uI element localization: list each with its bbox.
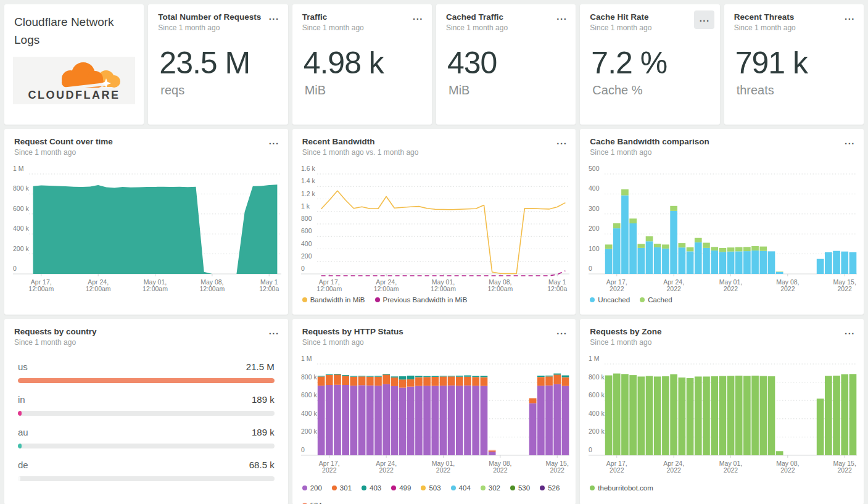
legend-item: Cached [640, 296, 672, 304]
legend-label: Cached [648, 296, 672, 304]
panel-menu-button[interactable]: ... [845, 139, 855, 143]
svg-text:2022: 2022 [781, 466, 796, 474]
country-value: 189 k [252, 394, 275, 405]
svg-text:400 k: 400 k [13, 225, 29, 232]
panel-menu-button[interactable]: ... [845, 329, 855, 333]
svg-text:0: 0 [301, 446, 305, 453]
svg-text:2022: 2022 [379, 466, 394, 474]
logo-wordmark: CLOUDFLARE [28, 89, 120, 101]
legend-label: Bandwidth in MiB [310, 296, 365, 304]
legend-label: 301 [340, 484, 352, 492]
country-label: us [18, 361, 28, 372]
legend-item: 503 [421, 484, 440, 492]
svg-text:12:00am: 12:00am [316, 285, 342, 292]
stat-card-total-requests: Total Number of Requests Since 1 month a… [148, 4, 287, 125]
svg-text:2022: 2022 [667, 285, 682, 292]
stat-unit: Cache % [592, 83, 719, 97]
legend-dot-icon [375, 297, 380, 302]
panel-title: Request Count over time [14, 137, 278, 146]
svg-text:2022: 2022 [838, 466, 853, 474]
http-status-chart: 1 M800 k600 k400 k200 k0Apr 17,2022Apr 2… [292, 350, 576, 483]
legend-dot-icon [481, 485, 486, 490]
svg-text:12:00am: 12:00am [143, 285, 168, 292]
stat-subtitle: Since 1 month ago [158, 23, 278, 32]
svg-text:400: 400 [589, 184, 600, 192]
panel-cache-bandwidth: Cache Bandwidth comparison Since 1 month… [580, 129, 864, 315]
panel-menu-button[interactable]: ... [556, 15, 567, 19]
svg-text:12:00am: 12:00am [199, 285, 225, 292]
svg-text:600: 600 [301, 227, 312, 234]
svg-text:2022: 2022 [724, 466, 738, 474]
panel-menu-button[interactable]: ... [845, 15, 855, 19]
svg-text:600 k: 600 k [589, 391, 605, 399]
svg-text:2022: 2022 [610, 285, 624, 292]
stat-card-cache-hit-rate: Cache Hit Rate Since 1 month ago ... 7.2… [580, 4, 719, 125]
panel-menu-button[interactable]: ... [269, 139, 279, 143]
legend-item: 530 [510, 484, 530, 492]
stat-subtitle: Since 1 month ago [590, 23, 709, 32]
panel-title: Requests by country [14, 327, 278, 336]
panel-subtitle: Since 1 month ago [590, 148, 854, 157]
svg-text:0: 0 [589, 265, 592, 272]
panel-menu-button[interactable]: ... [269, 329, 279, 333]
chart-legend: UncachedCached [580, 295, 864, 304]
panel-requests-by-country: Requests by country Since 1 month ago ..… [4, 319, 288, 504]
dashboard: Cloudflare Network Logs CLOUDFLARE Total… [0, 0, 868, 504]
panel-title: Recent Bandwidth [302, 137, 566, 146]
legend-label: theburritobot.com [598, 484, 653, 492]
country-bar-track [18, 476, 275, 481]
legend-item: 499 [391, 484, 411, 492]
stat-subtitle: Since 1 month ago [446, 23, 566, 32]
svg-text:2022: 2022 [550, 466, 564, 474]
legend-item: Bandwidth in MiB [302, 296, 365, 304]
stat-value: 23.5 M [159, 47, 287, 80]
country-bar-fill [18, 411, 22, 416]
legend-label: Previous Bandwidth in MiB [383, 296, 468, 304]
svg-text:500: 500 [589, 165, 600, 172]
svg-text:1 M: 1 M [13, 165, 24, 172]
legend-dot-icon [590, 485, 595, 490]
country-label: de [18, 460, 28, 470]
panel-subtitle: Since 1 month ago [14, 148, 278, 157]
legend-item: 524 [302, 502, 322, 504]
country-bar-track [18, 444, 275, 448]
svg-text:12:00am: 12:00am [431, 285, 456, 292]
stat-unit: threats [737, 83, 864, 97]
stat-card-cached-traffic: Cached Traffic Since 1 month ago ... 430… [436, 4, 576, 125]
country-bar-fill [18, 444, 22, 448]
legend-dot-icon [640, 297, 645, 302]
panel-menu-button[interactable]: ... [269, 15, 279, 19]
panel-menu-button[interactable]: ... [413, 15, 423, 19]
country-row: au189 k [18, 427, 275, 448]
panel-title: Requests by Zone [590, 327, 854, 336]
stat-subtitle: Since 1 month ago [302, 23, 422, 32]
panel-menu-button[interactable]: ... [694, 10, 714, 29]
svg-text:200 k: 200 k [589, 428, 605, 435]
panel-requests-by-zone: Requests by Zone Since 1 month ago ... 1… [580, 319, 864, 504]
panel-title: Cache Bandwidth comparison [590, 137, 854, 146]
svg-text:1 M: 1 M [589, 355, 600, 362]
svg-text:800: 800 [301, 215, 312, 222]
legend-dot-icon [421, 485, 426, 490]
svg-text:2022: 2022 [667, 466, 682, 474]
legend-dot-icon [451, 485, 456, 490]
stat-value: 4.98 k [304, 47, 432, 80]
svg-text:800 k: 800 k [13, 184, 29, 192]
panel-menu-button[interactable]: ... [556, 329, 567, 333]
country-value: 189 k [252, 427, 275, 437]
stat-title: Recent Threats [734, 12, 854, 22]
legend-label: 403 [370, 484, 381, 492]
legend-item: Previous Bandwidth in MiB [375, 296, 468, 304]
country-label: au [18, 427, 28, 437]
panel-subtitle: Since 1 month ago [302, 338, 566, 347]
legend-label: 503 [429, 484, 440, 492]
svg-text:200 k: 200 k [13, 245, 29, 252]
legend-dot-icon [590, 297, 595, 302]
panel-menu-button[interactable]: ... [556, 139, 567, 143]
panel-request-count: Request Count over time Since 1 month ag… [4, 129, 288, 315]
cloudflare-logo-icon: CLOUDFLARE [14, 60, 134, 101]
legend-dot-icon [332, 485, 337, 490]
panel-title: Requests by HTTP Status [302, 327, 566, 336]
panel-http-status: Requests by HTTP Status Since 1 month ag… [292, 319, 576, 504]
stat-subtitle: Since 1 month ago [734, 23, 854, 32]
